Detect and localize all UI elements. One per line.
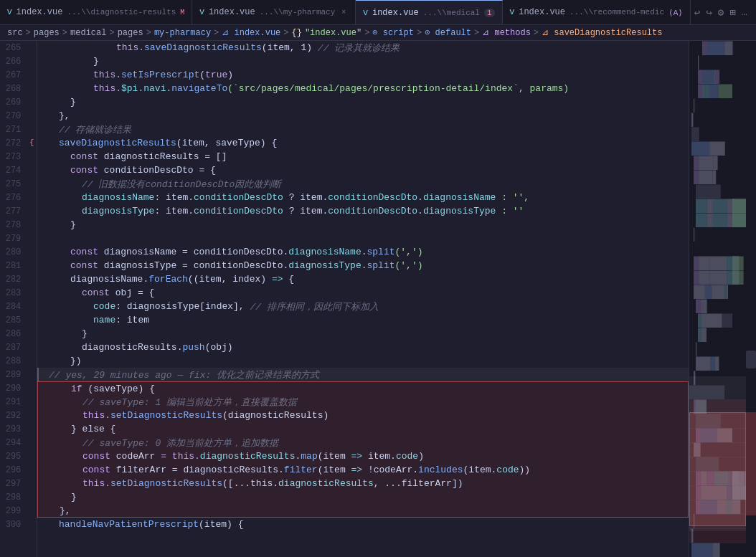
- bc-pages[interactable]: pages: [34, 28, 60, 38]
- bc-src[interactable]: src: [7, 28, 23, 38]
- token: (`src/pages/medical/pages/prescription-d…: [227, 83, 569, 94]
- tab2-close-button[interactable]: ×: [339, 8, 348, 17]
- code-line-274[interactable]: const conditionDescDto = {: [37, 163, 689, 177]
- code-line-271[interactable]: // 存储就诊结果: [37, 123, 689, 136]
- gear-icon[interactable]: ⚙: [718, 6, 724, 19]
- code-line-277[interactable]: diagnosisType: item.conditionDescDto ? i…: [37, 204, 689, 218]
- line-number-282: 282: [0, 275, 27, 285]
- code-line-296[interactable]: const filterArr = diagnosticResults.filt…: [37, 463, 689, 477]
- token: forEach: [148, 274, 188, 285]
- code-line-295[interactable]: const codeArr = this.diagnosticResults.m…: [37, 449, 689, 463]
- tab-medical[interactable]: V index.vue ...\\medical 1: [356, 0, 502, 25]
- tab-recommend-medic[interactable]: V index.vue ...\\recommend-medic ⟨A⟩: [503, 0, 691, 25]
- bc-default[interactable]: ⊙ default: [425, 27, 471, 38]
- token: (item: [318, 451, 351, 462]
- code-line-275[interactable]: // 旧数据没有conditionDescDto因此做判断: [37, 177, 689, 191]
- code-line-273[interactable]: const diagnosticResults = []: [37, 150, 689, 163]
- bc-script[interactable]: ⊙ script: [372, 27, 414, 38]
- translate-icon: ⟨A⟩: [668, 8, 683, 17]
- code-line-290[interactable]: if (saveType) {: [37, 381, 689, 395]
- tab-my-pharmacy[interactable]: V index.vue ...\\my-pharmacy ×: [192, 0, 356, 25]
- code-line-283[interactable]: const obj = {: [37, 286, 689, 300]
- gutter-row-280: 280: [0, 245, 37, 259]
- code-line-288[interactable]: }): [37, 354, 689, 368]
- code-line-292[interactable]: this.setDiagnosticResults(diagnosticResu…: [37, 409, 689, 422]
- token: .: [177, 342, 183, 353]
- code-area[interactable]: this.saveDiagnosticResults(item, 1) // 记…: [37, 41, 689, 557]
- line-number-293: 293: [0, 424, 27, 434]
- token: = conditionDescDto.: [176, 260, 288, 271]
- token: split: [367, 247, 395, 257]
- token: diagnosisName: [82, 192, 154, 203]
- line-gutter: 265266267268269270271272{273274275276277…: [0, 41, 37, 557]
- line-number-296: 296: [0, 465, 27, 475]
- gutter-row-291: 291: [0, 395, 37, 409]
- gutter-row-287: 287: [0, 341, 37, 354]
- token: (diagnosticResults): [222, 410, 329, 421]
- code-line-279[interactable]: [37, 232, 689, 245]
- bc-pages2[interactable]: pages: [118, 28, 143, 38]
- redo-icon[interactable]: ↪: [706, 6, 712, 19]
- code-line-276[interactable]: diagnosisName: item.conditionDescDto ? i…: [37, 191, 689, 204]
- bc-savediagnostic[interactable]: ⊿ saveDiagnosticResults: [542, 27, 662, 38]
- code-line-287[interactable]: diagnosticResults.push(obj): [37, 341, 689, 354]
- minimap-slider[interactable]: [689, 376, 746, 531]
- ellipsis-icon[interactable]: …: [742, 6, 747, 18]
- tab-diagnostic-results[interactable]: V index.vue ...\\diagnostic-results M: [0, 0, 192, 25]
- token: (','): [395, 260, 423, 271]
- token: filterArr: [116, 465, 166, 475]
- code-line-297[interactable]: this.setDiagnosticResults([...this.diagn…: [37, 477, 689, 490]
- code-line-294[interactable]: // saveType: 0 添加当前处方单，追加数据: [37, 436, 689, 449]
- token: !codeArr.: [362, 465, 418, 475]
- undo-icon[interactable]: ↩: [694, 6, 700, 19]
- code-line-278[interactable]: }: [37, 218, 689, 232]
- code-line-298[interactable]: }: [37, 490, 689, 504]
- code-line-268[interactable]: this.$pi.navi.navigateTo(`src/pages/medi…: [37, 82, 689, 95]
- token: // 存储就诊结果: [59, 123, 131, 136]
- token: push: [182, 342, 204, 353]
- code-line-289[interactable]: // yes, 29 minutes ago — fix: 优化之前记录结果的方…: [37, 368, 689, 381]
- code-line-293[interactable]: } else {: [37, 422, 689, 436]
- code-line-299[interactable]: },: [37, 504, 689, 518]
- token: const: [82, 287, 115, 298]
- token: .: [362, 247, 367, 257]
- token: = conditionDescDto.: [176, 247, 288, 257]
- code-line-269[interactable]: }: [37, 95, 689, 109]
- code-line-266[interactable]: }: [37, 54, 689, 68]
- token: (item, 1): [262, 42, 318, 53]
- code-line-300[interactable]: handleNavPatientPrescript(item) {: [37, 518, 689, 531]
- code-line-265[interactable]: this.saveDiagnosticResults(item, 1) // 记…: [37, 41, 689, 54]
- bc-medical[interactable]: medical: [70, 28, 106, 38]
- scrollbar-track[interactable]: [746, 41, 756, 557]
- bc-my-pharmacy[interactable]: my-pharmacy: [154, 28, 211, 38]
- layout-icon[interactable]: ⊞: [729, 6, 735, 19]
- line-indicator-272: {: [27, 139, 37, 147]
- code-line-282[interactable]: diagnosisName.forEach((item, index) => {: [37, 272, 689, 286]
- code-line-291[interactable]: // saveType: 1 编辑当前处方单，直接覆盖数据: [37, 395, 689, 409]
- token: diagnosisName: [70, 274, 143, 285]
- token: ? item.: [283, 192, 328, 203]
- gutter-row-295: 295: [0, 449, 37, 463]
- token: const: [70, 151, 104, 162]
- code-line-270[interactable]: },: [37, 109, 689, 123]
- token: ([...this.: [222, 478, 278, 489]
- token: =>: [351, 465, 362, 475]
- code-line-272[interactable]: saveDiagnosticResults(item, saveType) {: [37, 136, 689, 150]
- line-number-288: 288: [0, 356, 27, 366]
- bc-methods[interactable]: ⊿ methods: [482, 27, 531, 38]
- code-line-285[interactable]: name: item: [37, 313, 689, 327]
- code-line-281[interactable]: const diagnosisType = conditionDescDto.d…: [37, 259, 689, 272]
- token: const: [82, 451, 116, 462]
- scrollbar-thumb[interactable]: [746, 351, 756, 368]
- line-number-289: 289: [0, 370, 27, 380]
- token: .: [295, 451, 301, 462]
- token: conditionDescDto: [194, 206, 283, 216]
- code-line-267[interactable]: this.setIsPrescript(true): [37, 68, 689, 82]
- code-line-284[interactable]: code: diagnosisType[index], // 排序相同，因此同下…: [37, 300, 689, 313]
- code-line-286[interactable]: }: [37, 327, 689, 341]
- bc-indexvue[interactable]: ⊿ index.vue: [222, 27, 280, 38]
- token: this.: [93, 70, 121, 80]
- code-line-280[interactable]: const diagnosisName = conditionDescDto.d…: [37, 245, 689, 259]
- gutter-row-277: 277: [0, 204, 37, 218]
- bc-indexvue-str[interactable]: "index.vue": [305, 28, 362, 38]
